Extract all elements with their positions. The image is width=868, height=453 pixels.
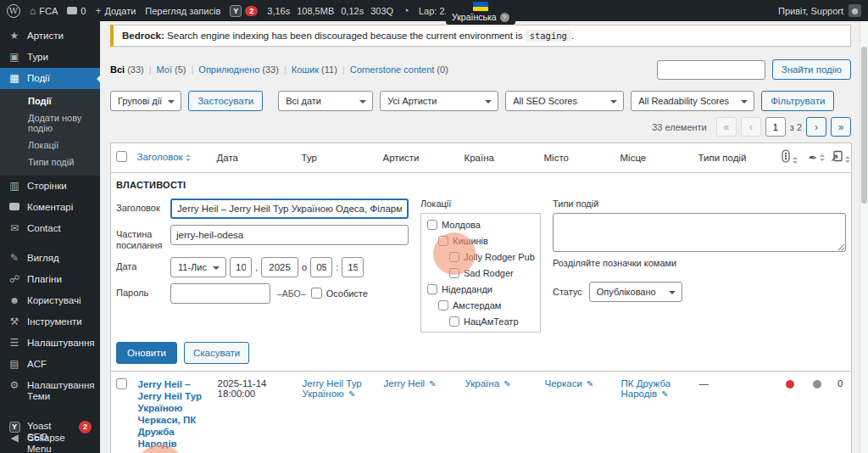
edit-icon[interactable]: ✎ <box>661 389 668 399</box>
submenu-item-events[interactable]: Події <box>0 92 100 109</box>
comments-count: 0 <box>81 6 86 16</box>
scrollbar-thumb[interactable] <box>861 47 867 204</box>
search-input[interactable] <box>657 60 765 80</box>
help-icon[interactable]: ? <box>500 13 509 22</box>
submenu-item-event-types[interactable]: Типи подій <box>0 154 100 171</box>
submenu-item-locations[interactable]: Локації <box>0 137 100 154</box>
edit-icon[interactable]: ✎ <box>587 379 593 389</box>
day-input[interactable] <box>230 257 252 277</box>
sidebar-item-tours[interactable]: ▣ Тури <box>0 47 100 68</box>
edit-icon[interactable]: ✎ <box>504 379 510 389</box>
next-page-button[interactable]: › <box>806 117 826 137</box>
query-monitor-icon[interactable]: ◔ <box>403 5 409 16</box>
bulk-actions-select[interactable]: Групові дії <box>110 91 181 111</box>
city-link[interactable]: Черкаси <box>545 378 582 389</box>
readability-scores-select[interactable]: All Readability Scores <box>631 91 754 111</box>
artists-select[interactable]: Усі Артисти <box>380 91 498 111</box>
search-button[interactable]: Знайти подію <box>772 59 851 80</box>
sidebar-item-comments[interactable]: Коментарі <box>0 197 100 218</box>
sidebar-item-appearance[interactable]: ✎ Вигляд <box>0 248 100 269</box>
slug-input[interactable] <box>170 225 409 245</box>
sidebar-item-settings[interactable]: ☰ Налаштування <box>0 333 100 354</box>
view-trash[interactable]: Кошик <box>292 64 319 75</box>
event-title-link[interactable]: Jerry Heil – Jerry Heil Тур Україною Чер… <box>138 378 208 450</box>
quick-edit-fields: Заголовок Частина посилання Дата <box>116 199 409 333</box>
new-content-label: Додати <box>104 6 136 16</box>
dates-select[interactable]: Всі дати <box>278 91 373 111</box>
sidebar-item-plugins[interactable]: ☍ Плагіни <box>0 269 100 290</box>
location-checkbox-netherlands[interactable] <box>427 284 437 294</box>
site-name-link[interactable]: ⌂ FCA <box>30 6 58 16</box>
row-select-checkbox[interactable] <box>116 378 127 389</box>
collapse-menu-button[interactable]: ◀ Collapse Menu <box>0 428 100 453</box>
password-input[interactable] <box>170 283 270 304</box>
location-item: Sad Rodger <box>449 268 537 278</box>
sort-arrows-icon <box>793 154 798 166</box>
last-page-button[interactable]: » <box>831 117 851 137</box>
new-content-link[interactable]: + Додати <box>95 6 136 16</box>
seo-scores-select[interactable]: All SEO Scores <box>505 91 624 111</box>
event-types-textarea[interactable] <box>553 213 846 252</box>
location-checkbox-amsterdam[interactable] <box>438 300 448 310</box>
status-select[interactable]: Опубліковано <box>589 282 682 302</box>
sidebar-item-pages[interactable]: ▥ Сторінки <box>0 176 100 197</box>
view-published[interactable]: Оприлюднено <box>198 64 259 75</box>
location-checkbox-sad-rodger[interactable] <box>449 268 459 278</box>
sidebar-item-tools[interactable]: ⚒ Інструменти <box>0 311 100 333</box>
location-checkbox-moldova[interactable] <box>427 220 437 230</box>
hour-input[interactable] <box>310 257 332 277</box>
comments-link[interactable]: 0 <box>67 6 86 16</box>
view-mine[interactable]: Мої <box>157 64 172 75</box>
location-checkbox-jolly-rodger-pub[interactable] <box>449 252 459 262</box>
wordpress-logo-icon[interactable]: W <box>7 4 20 18</box>
view-all-count: (33) <box>127 64 144 75</box>
sidebar-item-theme-settings[interactable]: ⚙ Налаштування Теми <box>0 375 100 407</box>
location-checkbox-kishinev[interactable] <box>438 236 448 246</box>
column-header-tour: Тур <box>298 143 379 173</box>
acf-icon: ▤ <box>8 359 20 370</box>
sidebar-item-users[interactable]: ☻ Користувачі <box>0 290 100 311</box>
column-header-cornerstone[interactable] <box>830 143 852 173</box>
sidebar-item-contact[interactable]: ✉ Contact <box>0 218 100 239</box>
dates-value: Всі дати <box>286 96 321 106</box>
artist-link[interactable]: Jerry Heil <box>384 378 426 389</box>
query-monitor-stats[interactable]: 3,16s 108,5МВ 0,12s 303Q <box>267 6 393 16</box>
avatar[interactable]: ☻ <box>849 4 861 17</box>
page-scrollbar <box>860 21 868 453</box>
date-at-label: о <box>302 262 307 272</box>
country-link[interactable]: Україна <box>465 378 500 389</box>
month-select[interactable]: 11-Лис <box>170 257 226 277</box>
sidebar-item-artists[interactable]: ★ Артисти <box>0 25 100 47</box>
sidebar-item-events[interactable]: ▦ Події <box>0 68 100 89</box>
view-all[interactable]: Всі <box>110 64 125 75</box>
apply-button[interactable]: Застосувати <box>188 91 263 111</box>
sidebar-label-plugins: Плагіни <box>27 274 62 285</box>
view-mine-count: (5) <box>175 64 186 75</box>
sidebar-item-acf[interactable]: ▤ ACF <box>0 354 100 375</box>
column-header-readability[interactable]: ✒ <box>804 143 830 173</box>
private-checkbox[interactable] <box>311 288 322 299</box>
edit-icon[interactable]: ✎ <box>429 379 436 389</box>
status-label: Статус <box>553 287 582 297</box>
cancel-button[interactable]: Скасувати <box>184 342 249 364</box>
yoast-admin-link[interactable]: Y 2 <box>230 5 258 17</box>
year-input[interactable] <box>261 257 298 277</box>
column-header-title[interactable]: Заголовок <box>137 152 183 162</box>
current-page-input[interactable] <box>765 117 786 137</box>
title-input[interactable] <box>170 199 409 219</box>
edit-icon[interactable]: ✎ <box>348 389 355 399</box>
howdy-account-link[interactable]: Привіт, Support <box>778 6 843 16</box>
view-posts-link[interactable]: Перегляд записів <box>145 6 220 16</box>
minute-input[interactable] <box>342 257 364 277</box>
filter-button[interactable]: Фільтрувати <box>761 91 834 111</box>
readability-scores-value: All Readability Scores <box>638 96 729 106</box>
view-cornerstone[interactable]: Cornerstone content <box>350 64 435 75</box>
select-all-checkbox[interactable] <box>116 151 127 162</box>
location-item: Амстердам <box>438 300 537 310</box>
update-button[interactable]: Оновити <box>116 342 177 364</box>
column-header-seo-score[interactable] <box>776 143 804 173</box>
submenu-item-add-event[interactable]: Додати нову подію <box>0 109 100 137</box>
language-switcher[interactable]: Українська ? <box>446 0 515 25</box>
location-checkbox-natsamteatr[interactable] <box>449 316 459 327</box>
tours-icon: ▣ <box>8 52 20 63</box>
